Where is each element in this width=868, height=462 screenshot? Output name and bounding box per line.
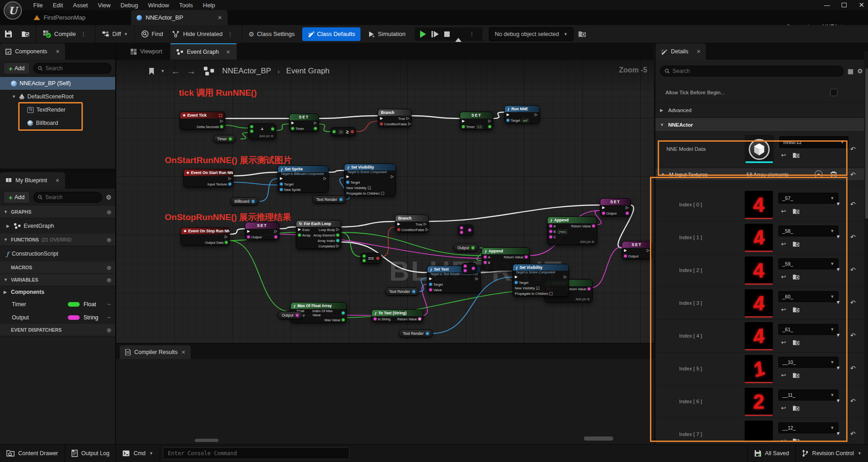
pin-checkbox[interactable] (549, 292, 553, 295)
variable-get-timer[interactable]: Timer (213, 135, 236, 143)
tree-item-nneactor-bp-self[interactable]: NNEActor_BP (Self) (0, 77, 115, 90)
pin[interactable]: ▶ (507, 113, 509, 117)
browse-to-asset-icon[interactable] (792, 438, 800, 442)
pin[interactable]: True▷ (416, 222, 426, 226)
pin[interactable]: Index Of Max Value (312, 309, 345, 317)
details-search-input[interactable] (672, 68, 839, 74)
settings-gear-icon[interactable]: ⚙ (106, 194, 112, 201)
pin[interactable]: Timer0.0 (462, 125, 483, 129)
event-graph-canvas[interactable]: BLUEPRINT tick 调用 RunNNE()OnStartRunNNE(… (116, 60, 654, 359)
pin[interactable]: Propagate to Children (346, 191, 384, 195)
cmd-selector[interactable]: Cmd ▼ (116, 445, 160, 462)
node-for-each-loop[interactable]: ↻For Each Loop▶ExecLoop Body▷ArrayArray … (296, 220, 341, 249)
texture-asset-dropdown[interactable]: _57_▼ (778, 193, 838, 204)
pin[interactable] (274, 236, 277, 238)
maximize-button[interactable] (842, 3, 847, 7)
pin-value[interactable]: self (522, 118, 529, 123)
pin[interactable]: Target (429, 282, 443, 287)
add-array-element-icon[interactable]: + (815, 170, 822, 178)
expand-element-chevron-icon[interactable]: ▼ (836, 398, 841, 403)
node-set[interactable]: SET▶▷Output (245, 222, 279, 240)
pin[interactable]: Return Value (504, 255, 528, 259)
components-panel-tab[interactable]: Components ✕ (0, 43, 65, 60)
scrollbar-thumb[interactable] (865, 68, 868, 219)
debug-browse-button[interactable] (574, 25, 591, 43)
pin[interactable]: New Visibility✓ (515, 286, 539, 290)
add-component-button[interactable]: +Add (4, 62, 30, 74)
pin[interactable]: Array Element (313, 233, 339, 237)
compiler-results-tab[interactable]: Compiler Results ✕ (120, 345, 191, 359)
use-selected-asset-icon[interactable]: ↩ (781, 208, 786, 215)
console-command-box[interactable] (163, 447, 350, 459)
reset-to-default-icon[interactable]: ↶ (850, 266, 856, 273)
use-selected-asset-icon[interactable]: ↩ (781, 437, 786, 442)
pin[interactable]: ▷ (225, 235, 228, 239)
add-icon[interactable]: ⊕ (107, 209, 112, 216)
variable-watch-icon[interactable]: ~ (107, 301, 111, 308)
expand-element-chevron-icon[interactable]: ▼ (836, 201, 841, 206)
pin[interactable]: True▷ (398, 117, 409, 121)
pin[interactable]: ▷ (314, 121, 317, 125)
variable-timer[interactable]: TimerFloat~ (0, 298, 115, 311)
pin[interactable] (250, 130, 253, 133)
category-nneactor-row[interactable]: ▼ NNEActor (655, 118, 868, 132)
pin-value[interactable]: 0.0 (476, 125, 483, 129)
use-selected-asset-icon[interactable]: ↩ (781, 306, 786, 313)
pin[interactable]: False▷ (399, 122, 411, 126)
minimize-button[interactable]: — (824, 2, 830, 9)
browse-asset-button[interactable] (17, 25, 34, 43)
details-settings-gear-icon[interactable]: ⚙ (857, 67, 863, 75)
reset-to-default-icon[interactable]: ↶ (850, 364, 856, 372)
pin[interactable]: ▶ (346, 175, 349, 179)
pin[interactable]: ▶ (462, 119, 465, 123)
debug-object-dropdown[interactable]: No debug object selected ▼ (489, 27, 574, 41)
hide-unrelated-options-icon[interactable]: ⋮ (225, 31, 235, 37)
digit-texture-thumbnail[interactable]: 4 (745, 191, 773, 219)
item-eventgraph[interactable]: ▶EventGraph (0, 218, 115, 234)
model-thumbnail[interactable] (745, 135, 774, 164)
node-set[interactable]: SET▶▷Output (622, 241, 652, 259)
reset-to-default-icon[interactable]: ↶ (850, 430, 856, 437)
reset-to-default-icon[interactable]: ↶ (850, 145, 856, 153)
forward-arrow-icon[interactable]: → (187, 66, 196, 77)
node-run-nne[interactable]: ƒRun NNE▶▷Targetself (504, 105, 540, 123)
close-tab-icon[interactable]: ✕ (218, 15, 222, 21)
tab-level-map[interactable]: FirstPersonMap (28, 10, 91, 25)
pin[interactable]: ▷ (626, 206, 629, 210)
pin[interactable] (468, 229, 471, 231)
eject-icon[interactable] (455, 30, 462, 38)
all-saved-button[interactable]: All Saved (747, 445, 796, 462)
graph-comment-1[interactable]: OnStartRunNNE() 展示测试图片 (165, 154, 292, 166)
texture-asset-dropdown[interactable]: _58_▼ (778, 226, 838, 236)
pin[interactable]: Propagate to Children (515, 292, 553, 296)
node-op[interactable] (458, 225, 473, 236)
pin[interactable] (314, 127, 317, 130)
expand-element-chevron-icon[interactable]: ▼ (836, 332, 841, 338)
menu-item-edit[interactable]: Edit (48, 2, 68, 9)
stop-icon[interactable] (444, 31, 450, 37)
pin[interactable] (626, 212, 629, 215)
node-set-visibility[interactable]: ƒSet VisibilityTarget is Scene Component… (344, 164, 396, 196)
pin[interactable]: Timer (291, 127, 304, 131)
add-blueprint-item-button[interactable]: +Add (4, 191, 30, 203)
pin[interactable]: ▶Exec (298, 228, 310, 232)
node-event-on-stop-run-nne[interactable]: ◆Event On Stop Run NNE▷Output Data (181, 227, 230, 246)
pin[interactable]: B(max) (549, 230, 568, 234)
pin[interactable]: ▷ (228, 177, 231, 180)
group-components[interactable]: ▶Components (0, 286, 115, 298)
pin[interactable] (376, 257, 379, 260)
details-panel-tab[interactable]: Details ✕ (655, 43, 706, 60)
pin[interactable]: ▶ (515, 275, 518, 279)
close-button[interactable]: ✕ (858, 1, 864, 9)
console-command-input[interactable] (168, 450, 345, 457)
close-panel-icon[interactable]: ✕ (55, 178, 59, 184)
tree-item-billboard[interactable]: Billboard (0, 117, 115, 130)
section-variables[interactable]: ▼VARIABLES⊕ (0, 274, 115, 286)
diff-button[interactable]: Diff ▼ (97, 25, 132, 43)
section-event-dispatchers[interactable]: EVENT DISPATCHERS⊕ (0, 324, 115, 336)
play-icon[interactable] (420, 31, 426, 38)
pin[interactable]: Completed▷ (319, 244, 339, 248)
pin[interactable]: Output (247, 235, 262, 239)
my-blueprint-panel-tab[interactable]: My Blueprint ✕ (0, 172, 65, 189)
texture-asset-dropdown[interactable]: __12_▼ (778, 422, 838, 433)
